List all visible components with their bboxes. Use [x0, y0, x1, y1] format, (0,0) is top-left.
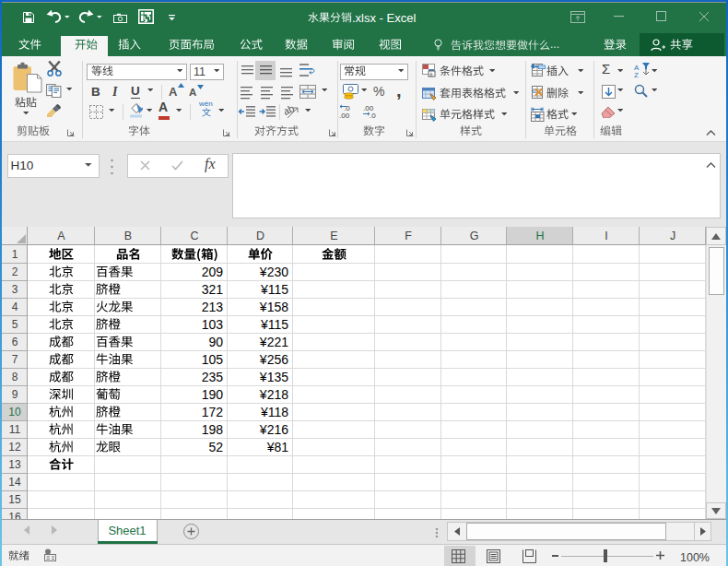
svg-text:Z: Z: [634, 71, 639, 77]
svg-text:.00: .00: [339, 112, 350, 119]
svg-text:.0: .0: [370, 112, 376, 119]
svg-text:±: ±: [429, 71, 433, 77]
